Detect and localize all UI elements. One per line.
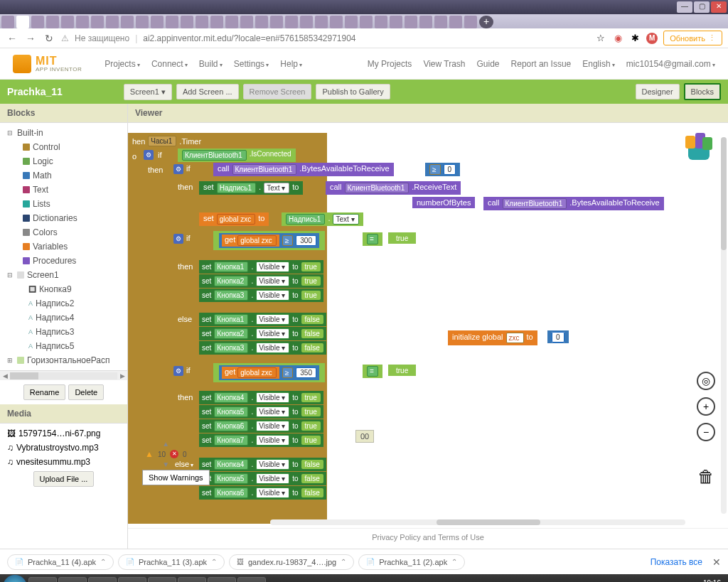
set-visible-block[interactable]: setКнопка2.Visible ▾tofalse bbox=[199, 327, 326, 340]
call-block[interactable]: callКлиентBluetooth1.BytesAvailableToRec… bbox=[483, 197, 664, 210]
rename-button[interactable]: Rename bbox=[23, 384, 66, 400]
back-button[interactable]: ← bbox=[6, 33, 18, 44]
zoom-in-button[interactable]: + bbox=[697, 397, 715, 416]
upload-button[interactable]: Upload File ... bbox=[33, 471, 95, 487]
set-visible-block[interactable]: setКнопка7.Visible ▾totrue bbox=[199, 433, 323, 447]
link-email[interactable]: mic10154@gmail.com bbox=[626, 59, 715, 69]
link-language[interactable]: English bbox=[582, 59, 615, 69]
minimize-button[interactable]: — bbox=[677, 1, 692, 13]
show-warnings-button[interactable]: Show Warnings bbox=[142, 470, 210, 485]
collapse-icon[interactable]: ⊟ bbox=[7, 271, 14, 279]
comp-item[interactable]: AНадпись2 bbox=[0, 296, 127, 311]
blocks-canvas[interactable]: henЧасы1.Timer o ⚙if КлиентBluetooth1.Is… bbox=[128, 123, 728, 528]
property-block[interactable]: Надпись1.Text ▾ bbox=[282, 212, 363, 226]
address-text[interactable]: ai2.appinventor.mit.edu/?locale=en#57615… bbox=[143, 33, 589, 43]
cat-lists[interactable]: Lists bbox=[0, 197, 127, 211]
star-icon[interactable]: ☆ bbox=[595, 33, 606, 44]
taskbar-app[interactable] bbox=[148, 577, 176, 583]
builtin-label[interactable]: Built-in bbox=[17, 128, 43, 138]
menu-help[interactable]: Help bbox=[276, 56, 306, 72]
tab[interactable] bbox=[31, 16, 44, 28]
taskbar-app[interactable] bbox=[58, 577, 87, 583]
taskbar-app[interactable] bbox=[178, 577, 206, 583]
maximize-button[interactable]: ▢ bbox=[694, 1, 710, 13]
close-downloads-button[interactable]: ✕ bbox=[712, 556, 721, 568]
if-block[interactable]: ⚙if bbox=[171, 163, 193, 176]
add-screen-button[interactable]: Add Screen ... bbox=[176, 84, 239, 99]
delete-button[interactable]: Delete bbox=[68, 384, 104, 400]
screen1-label[interactable]: Screen1 bbox=[27, 270, 59, 280]
taskbar-app[interactable] bbox=[208, 577, 236, 583]
taskbar-app[interactable] bbox=[28, 577, 57, 583]
link-guide[interactable]: Guide bbox=[477, 59, 500, 69]
call-block[interactable]: callКлиентBluetooth1.ReceiveText bbox=[326, 181, 461, 195]
menu-projects[interactable]: Projects bbox=[100, 56, 144, 72]
set-visible-block[interactable]: setКнопка4.Visible ▾tofalse bbox=[199, 458, 326, 471]
bool-block[interactable]: true bbox=[388, 232, 416, 244]
close-button[interactable]: ✕ bbox=[711, 1, 727, 13]
reload-button[interactable]: ↻ bbox=[43, 33, 55, 44]
cat-logic[interactable]: Logic bbox=[0, 154, 127, 168]
stray-number-block[interactable]: 00 bbox=[355, 430, 374, 443]
expand-icon[interactable]: ⊞ bbox=[7, 357, 14, 364]
media-file[interactable]: ♫vnesitesummu.mp3 bbox=[7, 455, 120, 469]
set-visible-block[interactable]: setКнопка6.Visible ▾totrue bbox=[199, 419, 323, 433]
cat-colors[interactable]: Colors bbox=[0, 225, 127, 239]
property-block[interactable]: КлиентBluetooth1.IsConnected bbox=[178, 149, 296, 162]
cat-variables[interactable]: Variables bbox=[0, 239, 127, 254]
download-item[interactable]: 📄Prachka_11 (3).apk⌃ bbox=[118, 554, 225, 570]
set-visible-block[interactable]: setКнопка1.Visible ▾tofalse bbox=[199, 313, 326, 326]
chevron-down-icon[interactable]: ▼ bbox=[162, 460, 169, 468]
footer-links[interactable]: Privacy Policy and Terms of Use bbox=[128, 528, 728, 546]
link-myprojects[interactable]: My Projects bbox=[368, 59, 412, 69]
canvas-vscroll[interactable] bbox=[721, 137, 727, 514]
compare-block[interactable]: ≥0 bbox=[425, 163, 460, 176]
backpack-icon[interactable] bbox=[681, 129, 717, 164]
taskbar-app[interactable] bbox=[118, 577, 146, 583]
set-visible-block[interactable]: setКнопка2.Visible ▾totrue bbox=[199, 274, 323, 288]
menu-connect[interactable]: Connect bbox=[147, 56, 192, 72]
collapse-icon[interactable]: ⊟ bbox=[7, 129, 14, 136]
tree-hscroll[interactable]: ◀▶ bbox=[0, 370, 127, 380]
set-visible-block[interactable]: setКнопка4.Visible ▾totrue bbox=[199, 391, 323, 404]
cat-text[interactable]: Text bbox=[0, 183, 127, 197]
blocks-tree[interactable]: ⊟Built-in Control Logic Math Text Lists … bbox=[0, 123, 127, 370]
tab-icon[interactable] bbox=[1, 16, 14, 28]
trash-icon[interactable]: 🗑 bbox=[697, 467, 714, 487]
publish-button[interactable]: Publish to Gallery bbox=[316, 84, 390, 99]
zoom-out-button[interactable]: − bbox=[697, 423, 715, 441]
if-block[interactable]: ⚙if bbox=[171, 365, 193, 377]
chevron-up-icon[interactable]: ▲ bbox=[162, 440, 169, 448]
blocks-button[interactable]: Blocks bbox=[684, 83, 721, 100]
cat-control[interactable]: Control bbox=[0, 140, 127, 154]
download-item[interactable]: 🖼gandex.ru-19837_4….jpg⌃ bbox=[229, 554, 354, 570]
new-tab-button[interactable]: + bbox=[479, 16, 493, 28]
start-button[interactable] bbox=[3, 575, 27, 583]
link-trash[interactable]: View Trash bbox=[423, 59, 465, 69]
expr-container[interactable]: getglobal zxc ≥ 350 bbox=[213, 363, 325, 382]
show-all-downloads[interactable]: Показать все bbox=[651, 557, 702, 567]
taskbar-app[interactable] bbox=[237, 577, 266, 583]
media-file[interactable]: ♫Vybratustroystvo.mp3 bbox=[7, 441, 120, 455]
init-global-block[interactable]: initialize globalzxcto bbox=[448, 330, 537, 345]
comp-item[interactable]: AНадпись3 bbox=[0, 325, 127, 339]
comp-item[interactable]: AНадпись4 bbox=[0, 311, 127, 325]
screen-selector[interactable]: Screen1 ▾ bbox=[124, 84, 172, 100]
set-visible-block[interactable]: setКнопка5.Visible ▾totrue bbox=[199, 405, 323, 419]
cat-math[interactable]: Math bbox=[0, 168, 127, 183]
if-block[interactable]: ⚙if bbox=[141, 149, 165, 161]
ublock-icon[interactable]: ◉ bbox=[612, 33, 623, 44]
comp-item[interactable]: ГоризонтальноеРасп bbox=[27, 355, 109, 365]
number-block[interactable]: 0 bbox=[547, 330, 569, 343]
profile-icon[interactable]: M bbox=[646, 33, 658, 44]
call-block[interactable]: callКлиентBluetooth1.BytesAvailableToRec… bbox=[213, 163, 394, 176]
if-block[interactable]: ⚙if bbox=[171, 232, 193, 245]
set-visible-block[interactable]: setКнопка3.Visible ▾totrue bbox=[199, 289, 323, 302]
menu-settings[interactable]: Settings bbox=[230, 56, 274, 72]
center-button[interactable]: ◎ bbox=[697, 372, 715, 390]
set-visible-block[interactable]: setКнопка5.Visible ▾tofalse bbox=[199, 472, 326, 485]
download-item[interactable]: 📄Prachka_11 (4).apk⌃ bbox=[7, 554, 114, 570]
designer-button[interactable]: Designer bbox=[636, 84, 680, 99]
comp-item[interactable]: AНадпись5 bbox=[0, 339, 127, 353]
taskbar-app[interactable] bbox=[88, 577, 117, 583]
